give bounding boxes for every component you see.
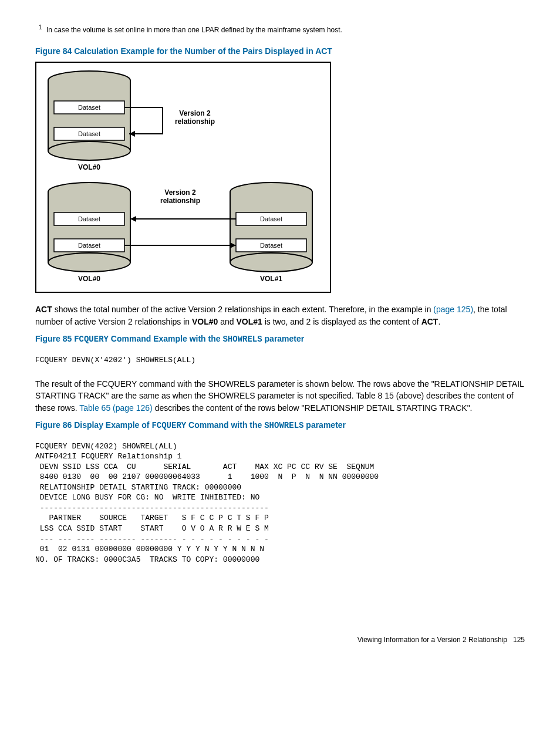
vol0-label: VOL#0 [78, 275, 100, 283]
footnote-text: In case the volume is set online in more… [46, 26, 342, 34]
svg-point-4 [48, 141, 130, 160]
page-ref-link[interactable]: (page 125) [433, 305, 473, 314]
relationship-label: relationship [175, 117, 215, 126]
version2-label: Version 2 [179, 109, 211, 117]
figure-86-title: Figure 86 Display Example of FCQUERY Com… [35, 420, 525, 432]
figure-84-title: Figure 84 Calculation Example for the Nu… [35, 46, 525, 58]
svg-point-19 [230, 253, 312, 272]
paragraph-result: The result of the FCQUERY command with t… [35, 378, 525, 414]
footer-text: Viewing Information for a Version 2 Rela… [357, 636, 507, 644]
page-footer: Viewing Information for a Version 2 Rela… [35, 635, 525, 645]
act-bold: ACT [35, 305, 52, 314]
vol0-label: VOL#0 [78, 163, 100, 171]
figure-84-diagram: Dataset Dataset VOL#0 Version 2 relation… [35, 62, 331, 293]
code-fig86: FCQUERY DEVN(4202) SHOWREL(ALL) ANTF0421… [35, 441, 525, 565]
table-ref-link[interactable]: Table 65 (page 126) [79, 403, 153, 413]
code-fig85: FCQUERY DEVN(X'4202') SHOWRELS(ALL) [35, 355, 525, 366]
dataset-label: Dataset [260, 215, 282, 222]
vol1-label: VOL#1 [260, 275, 282, 283]
paragraph-act: ACT shows the total number of the active… [35, 303, 525, 328]
svg-point-12 [48, 253, 130, 272]
footer-page: 125 [513, 636, 525, 644]
footnote-num: 1 [39, 24, 42, 31]
dataset-label: Dataset [78, 215, 100, 222]
dataset-label: Dataset [260, 242, 282, 249]
dataset-label: Dataset [78, 130, 100, 137]
svg-marker-23 [130, 216, 136, 222]
footnote: 1 In case the volume is set online in mo… [39, 23, 525, 35]
version2-label: Version 2 [164, 188, 196, 197]
figure-85-title: Figure 85 FCQUERY Command Example with t… [35, 333, 525, 346]
dataset-label: Dataset [78, 104, 100, 111]
dataset-label: Dataset [78, 242, 100, 249]
relationship-label: relationship [160, 197, 200, 205]
